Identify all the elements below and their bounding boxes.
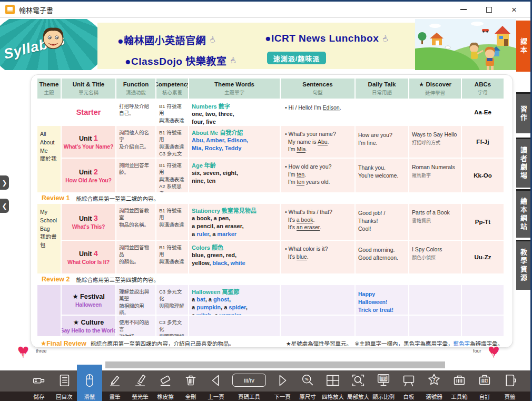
column-header-function: Function溝通功能 — [116, 79, 155, 99]
minimize-icon — [460, 9, 467, 10]
word-category: Halloween 萬聖節 — [192, 287, 277, 296]
discover-zh: 打招呼的方式 — [412, 139, 458, 146]
unit-title-line2: Halloween — [75, 301, 102, 308]
toolbar-button-pen[interactable]: 畫筆 — [102, 370, 127, 401]
toolbar-button-toolbox[interactable]: 工具箱 — [447, 370, 472, 401]
discover-zh: 顏色小偵探 — [412, 254, 458, 261]
abcs-cell: Uu-Zz — [462, 241, 504, 273]
daily-talk-cell — [356, 100, 408, 125]
unit-title-cell: Unit 2How Old Are You? — [62, 159, 115, 192]
link-label: ●翰林國小英語官網 — [117, 33, 206, 47]
side-tab-readers-theater[interactable]: 讀者劇場 — [516, 138, 530, 188]
grid-zoom-icon — [325, 370, 341, 390]
svg-text:固定: 固定 — [380, 377, 387, 381]
unit-title-line2: How Old Are You? — [65, 177, 112, 183]
header-zh: 核心素養 — [162, 89, 182, 96]
column-header-daily-talk: Daily Talk日常用語 — [356, 79, 408, 99]
column-header-abcs: ABCs字母 — [462, 79, 504, 99]
maximize-button[interactable] — [484, 5, 494, 14]
daily-talk-cell — [356, 316, 408, 336]
header-en: Unit & Title — [73, 81, 104, 87]
close-button[interactable]: × — [509, 5, 519, 14]
page-number-left: ♥iii three — [14, 342, 47, 360]
page-tab-icon — [502, 370, 518, 390]
toolbar-button-whiteboard[interactable]: 白板 — [396, 370, 421, 401]
toolbar-button-zoom-percent[interactable]: %原尺寸 — [295, 370, 320, 401]
number-picker-icon: 7 — [426, 370, 442, 390]
toolbar-button-trash[interactable]: 全刪 — [178, 370, 203, 401]
header-zh: 句型 — [312, 89, 322, 96]
toolbar-button-eraser[interactable]: 橡皮擦 — [153, 370, 178, 401]
toolbar-label: 自訂 — [479, 392, 490, 401]
toolbar-button-number-picker[interactable]: 7選號器 — [421, 370, 447, 401]
eraser-icon — [157, 370, 173, 390]
function-cell: 理解並說出與萬聖 節相關的用語。 — [116, 285, 155, 315]
link-icrt-news-lunchbox[interactable]: ●ICRT News Lunchbox☝ — [265, 33, 388, 44]
panel-expand-arrow[interactable]: ❯ — [0, 175, 9, 190]
side-tab-picturebook-site[interactable]: 繪本網站 — [516, 189, 530, 238]
toolbar-button-grid-zoom[interactable]: 四格放大 — [320, 370, 346, 401]
sentences-cell — [281, 285, 354, 315]
sentences-cell — [281, 316, 354, 336]
toolbar-button-area-zoom[interactable]: 局部放大 — [346, 370, 371, 401]
discover-cell: I Spy Colors顏色小偵探 — [409, 241, 461, 273]
side-tab-textbook[interactable]: 課本 — [516, 21, 530, 72]
link-classdojo-classroom[interactable]: ●ClassDojo 快樂教室☝ — [125, 53, 235, 67]
quiz-mode-button[interactable]: 速測派/趣味派 — [267, 52, 326, 64]
toolbar-label: 四格放大 — [322, 392, 344, 401]
discover-cell: Parts of a Book書籍資訊 — [409, 204, 461, 240]
side-tab-teaching-resources[interactable]: 教學資源 — [516, 240, 530, 290]
theme-cell: My School Bag 我的書包 — [37, 204, 61, 273]
toolbar-label: 螢光筆 — [132, 392, 149, 401]
function-cell: 詢問他人的名字 及介紹自己。 — [116, 126, 155, 158]
prev-page-icon — [208, 370, 224, 390]
svg-text:%: % — [305, 377, 309, 382]
competency-cell: B1 符號運用 與溝通表達 — [156, 241, 188, 273]
word-category: Numbers 數字 — [192, 102, 277, 110]
unit-title-cell: ★ FestivalHalloween — [62, 285, 115, 315]
theme-words-cell: Halloween 萬聖節a bat, a ghost, a pumpkin, … — [189, 285, 280, 315]
zoom-percent-icon: % — [300, 370, 316, 390]
discover-en: Roman Numerals — [412, 164, 458, 170]
horizontal-scrollbar[interactable] — [105, 361, 445, 368]
toolbar-button-page-tab[interactable]: 頁籤 — [497, 370, 523, 401]
toolbar-label: 白板 — [403, 392, 415, 401]
discover-cell — [409, 100, 461, 125]
toolbar-button-page-indicator[interactable]: iii/iv頁碼工具 — [229, 370, 270, 401]
final-review-text: 能綜合應用第一至第四課的內容，介紹自己最喜愛的物品。 — [91, 340, 234, 347]
side-tab-workbook[interactable]: 習作 — [516, 92, 530, 133]
area-zoom-icon — [350, 370, 366, 390]
toolbar-label: 回目次 — [56, 392, 73, 401]
link-hanlin-english-site[interactable]: ●翰林國小英語官網☝ — [117, 33, 215, 47]
toolbar-button-mouse[interactable]: 滑鼠 — [77, 365, 102, 401]
next-page-icon — [274, 370, 290, 390]
toolbar-button-custom-tool[interactable]: 自訂自訂 — [472, 370, 497, 401]
discover-en: Ways to Say Hello — [412, 131, 458, 138]
theme-cell — [37, 100, 61, 125]
title-bar: 翰林電子書 × — [0, 2, 530, 18]
svg-text:7: 7 — [432, 377, 435, 383]
toolbar-button-save[interactable]: 儲存 — [26, 370, 52, 401]
display-ratio-icon: 固定 — [376, 370, 391, 390]
word-list: Abu, Amber, Edison, Mia, Rocky, Teddy — [192, 136, 277, 152]
word-category: About Me 自我介紹 — [192, 128, 277, 136]
sentences-cell: • Hi / Hello! I'm Edison. — [281, 100, 354, 125]
toolbar-button-prev-page[interactable]: 上一頁 — [203, 370, 229, 401]
sentences-cell: • What's this / that? It's a book. It's … — [281, 204, 354, 240]
toolbar-label: 滑鼠 — [84, 392, 95, 401]
legend-note: ★星號處為彈性學習單元。 ※主題單字一欄內，黑色字為應用字彙，藍色字為辨識字彙。 — [286, 339, 503, 347]
competency-cell: C3 多元文化 與國際理解 — [156, 285, 188, 315]
toolbar-button-toc[interactable]: 回目次 — [52, 370, 77, 401]
toolbar-button-next-page[interactable]: 下一頁 — [270, 370, 295, 401]
minimize-button[interactable] — [459, 5, 468, 14]
theme-words-cell — [189, 316, 280, 336]
sentences-cell: • What's your name? My name is Abu. I'm … — [281, 126, 354, 158]
column-header-discover: ★ Discover延伸學習 — [409, 79, 461, 99]
pointer-hand-icon: ☝ — [229, 55, 237, 66]
panel-collapse-arrow[interactable]: ❮ — [0, 199, 9, 213]
function-cell: 打招呼及介紹 自己。 — [116, 100, 155, 125]
pointer-hand-icon: ☝ — [381, 33, 389, 44]
daily-talk-cell: How are you? I'm fine. — [356, 126, 408, 158]
toolbar-button-display-ratio[interactable]: 固定顯示比例 — [371, 370, 396, 401]
toolbar-button-highlighter[interactable]: 螢光筆 — [127, 370, 153, 401]
